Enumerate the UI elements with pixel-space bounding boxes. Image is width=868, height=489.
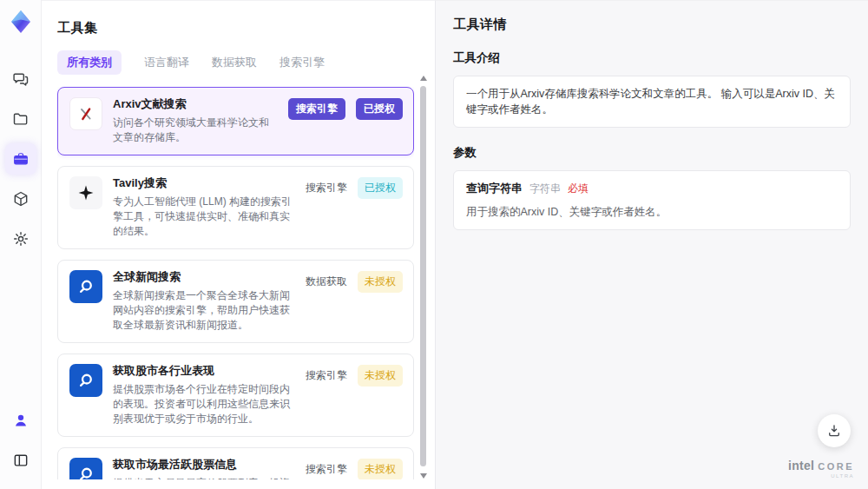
nav-chat-icon[interactable] — [5, 63, 36, 95]
param-name: 查询字符串 — [466, 181, 523, 196]
param-desc: 用于搜索的Arxiv ID、关键字或作者姓名。 — [466, 204, 838, 220]
auth-status-badge: 未授权 — [358, 365, 403, 387]
tool-name: Arxiv文献搜索 — [113, 97, 278, 111]
brand-ultra: ULTRA — [788, 473, 854, 479]
tool-description: 提供股票市场各个行业在特定时间段内的表现。投资者可以利用这些信息来识别表现优于或… — [113, 382, 295, 426]
tool-description: 全球新闻搜索是一个聚合全球各大新闻网站内容的搜索引擎，帮助用户快速获取全球最新资… — [113, 288, 295, 333]
params-heading: 参数 — [453, 145, 851, 161]
tool-card-list: Arxiv文献搜索 访问各个研究领域大量科学论文和文章的存储库。 搜索引擎已授权… — [57, 87, 414, 479]
tool-name: Tavily搜索 — [113, 176, 295, 190]
nav-package-icon[interactable] — [5, 183, 36, 215]
scroll-up-arrow-icon[interactable] — [420, 76, 427, 81]
page-title: 工具集 — [57, 20, 414, 36]
collapse-panel-icon[interactable] — [5, 445, 36, 476]
tool-card[interactable]: Tavily搜索 专为人工智能代理 (LLM) 构建的搜索引擎工具，可快速提供实… — [57, 166, 414, 249]
tool-name: 获取股市各行业表现 — [113, 364, 295, 378]
download-button[interactable] — [818, 414, 851, 447]
intro-box: 一个用于从Arxiv存储库搜索科学论文和文章的工具。 输入可以是Arxiv ID… — [453, 76, 851, 128]
list-scrollbar[interactable] — [419, 76, 427, 479]
tool-name: 获取市场最活跃股票信息 — [113, 458, 295, 472]
arxiv-logo-icon — [69, 97, 102, 130]
tool-card[interactable]: 获取股市各行业表现 提供股票市场各个行业在特定时间段内的表现。投资者可以利用这些… — [57, 354, 414, 437]
tool-description: 提供当天交易量最高的股票列表。投资者可以利用这些信息来识别流动性强的股票和潜在的… — [113, 476, 295, 479]
param-box: 查询字符串 字符串 必填 用于搜索的Arxiv ID、关键字或作者姓名。 — [453, 170, 851, 230]
app-logo-gem-icon[interactable] — [6, 7, 36, 36]
scrollbar-thumb[interactable] — [420, 86, 426, 466]
tool-list-panel: 工具集 所有类别语言翻译数据获取搜索引擎 Arxiv文献搜索 访问各个研究领域大… — [42, 0, 436, 489]
blue-search-icon — [69, 270, 102, 303]
category-badge: 搜索引擎 — [306, 365, 347, 387]
sparkle-star-icon — [69, 176, 102, 209]
tool-card[interactable]: 获取市场最活跃股票信息 提供当天交易量最高的股票列表。投资者可以利用这些信息来识… — [57, 447, 414, 479]
category-badge: 搜索引擎 — [288, 98, 345, 120]
tool-description: 访问各个研究领域大量科学论文和文章的存储库。 — [113, 116, 278, 145]
category-badge: 搜索引擎 — [306, 177, 347, 199]
tool-detail-panel: 工具详情 工具介绍 一个用于从Arxiv存储库搜索科学论文和文章的工具。 输入可… — [436, 0, 868, 489]
intro-heading: 工具介绍 — [453, 50, 851, 66]
param-required-badge: 必填 — [568, 181, 589, 196]
category-badge: 搜索引擎 — [306, 459, 347, 479]
left-rail — [0, 0, 42, 489]
tab-3[interactable]: 搜索引擎 — [279, 50, 325, 75]
scroll-down-arrow-icon[interactable] — [420, 473, 427, 479]
user-avatar-icon[interactable] — [5, 405, 36, 436]
tool-card[interactable]: 全球新闻搜索 全球新闻搜索是一个聚合全球各大新闻网站内容的搜索引擎，帮助用户快速… — [57, 260, 414, 343]
category-badge: 数据获取 — [306, 271, 347, 293]
auth-status-badge: 已授权 — [358, 177, 403, 199]
auth-status-badge: 未授权 — [358, 459, 403, 479]
detail-title: 工具详情 — [453, 17, 851, 33]
brand-core: CORE — [818, 461, 854, 472]
download-icon — [826, 423, 842, 439]
auth-status-badge: 已授权 — [356, 98, 403, 120]
intro-text: 一个用于从Arxiv存储库搜索科学论文和文章的工具。 输入可以是Arxiv ID… — [466, 88, 835, 116]
app-window: 工具集 所有类别语言翻译数据获取搜索引擎 Arxiv文献搜索 访问各个研究领域大… — [0, 0, 868, 489]
nav-folder-icon[interactable] — [5, 103, 36, 135]
tab-1[interactable]: 语言翻译 — [144, 50, 189, 75]
blue-search-icon — [69, 458, 102, 479]
auth-status-badge: 未授权 — [358, 271, 403, 293]
tab-0[interactable]: 所有类别 — [57, 50, 122, 75]
param-type: 字符串 — [529, 181, 561, 196]
tool-name: 全球新闻搜索 — [113, 270, 295, 284]
nav-settings-gear-icon[interactable] — [5, 223, 36, 254]
tool-description: 专为人工智能代理 (LLM) 构建的搜索引擎工具，可快速提供实时、准确和真实的结… — [113, 195, 295, 239]
tool-card[interactable]: Arxiv文献搜索 访问各个研究领域大量科学论文和文章的存储库。 搜索引擎已授权 — [57, 87, 414, 155]
blue-search-icon — [69, 364, 102, 397]
category-tabs: 所有类别语言翻译数据获取搜索引擎 — [57, 50, 414, 75]
intel-core-logo: intel CORE ULTRA — [788, 459, 854, 479]
tab-2[interactable]: 数据获取 — [212, 50, 257, 75]
brand-intel: intel — [788, 459, 814, 472]
nav-toolbox-icon[interactable] — [5, 143, 36, 175]
